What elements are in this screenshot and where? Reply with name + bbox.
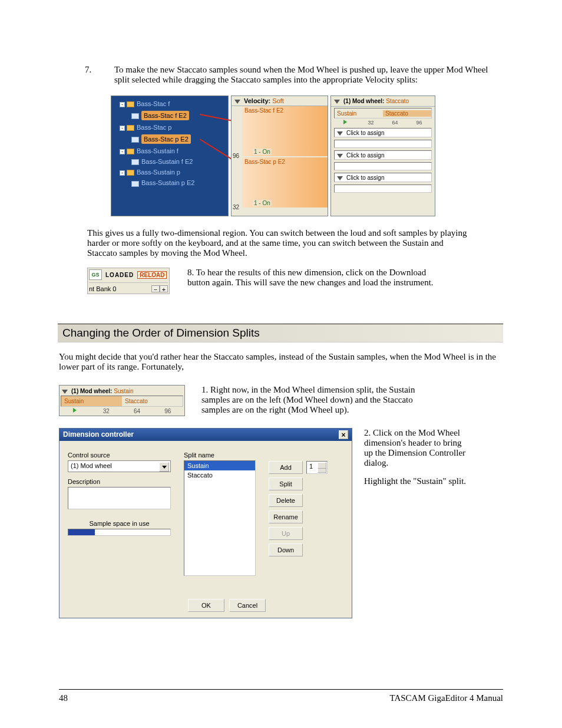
highlight-instruction: Highlight the "Sustain" split.: [364, 476, 467, 486]
load-panel-thumb: GS LOADED RELOAD nt Bank 0 − +: [87, 268, 170, 294]
description-field[interactable]: [68, 487, 171, 509]
folder-icon: [127, 101, 134, 107]
dimension-controller-dialog: Dimension controller × Control source (1…: [59, 428, 352, 618]
assign-slot-3: Click to assign: [334, 173, 432, 182]
control-source-dropdown[interactable]: (1) Mod wheel: [68, 460, 171, 472]
tree-folder: -Bass-Sustain f: [116, 146, 227, 156]
modwheel-ruler: 326496: [331, 120, 435, 126]
modwheel-panel: (1) Mod wheel: Staccato Sustain Staccato…: [330, 95, 435, 216]
velocity-split-bottom: Bass-Stac p E2 32 1 - On: [242, 157, 328, 207]
modwheel-header: (1) Mod wheel: Staccato: [331, 96, 435, 107]
split-item-staccato[interactable]: Staccato: [184, 470, 255, 480]
velocity-panel: Velocity: Soft Bass-Stac f E2 96 1 - On …: [231, 95, 328, 216]
sample-tree-panel: -Bass-Stac fBass-Stac f E2-Bass-Stac pBa…: [111, 95, 229, 216]
down-button[interactable]: Down: [269, 543, 303, 556]
manual-title: TASCAM GigaEditor 4 Manual: [389, 693, 503, 703]
tree-folder: -Bass-Stac p: [116, 122, 227, 133]
velocity-bot-label: Bass-Stac p E2: [244, 159, 285, 165]
section-intro: You might decide that you'd rather hear …: [59, 352, 503, 372]
tree-folder: -Bass-Sustain p: [116, 167, 227, 177]
dropdown-icon: [337, 131, 343, 136]
modwheel-split-staccato: Staccato: [383, 110, 431, 117]
dropdown-icon: [334, 100, 340, 104]
step-7: 7. To make the new Staccato samples soun…: [85, 65, 503, 85]
wave-icon: [131, 159, 139, 165]
split-name-label: Split name: [184, 452, 256, 459]
wave-icon: [131, 113, 139, 119]
step-8-text: 8. To hear the results of this new dimen…: [187, 268, 447, 288]
axis-tick: 96: [233, 153, 239, 159]
assign-slot-1-body: [334, 140, 432, 148]
section-heading: Changing the Order of Dimension Splits: [58, 324, 503, 342]
delete-button[interactable]: Delete: [269, 494, 303, 507]
plus-button[interactable]: +: [160, 285, 168, 292]
ok-button[interactable]: OK: [188, 599, 224, 612]
step-7-text: To make the new Staccato samples sound w…: [114, 65, 503, 85]
modwheel-thumb-sustain: Sustain: [61, 396, 122, 406]
dropdown-icon: [337, 176, 343, 180]
modwheel-split-thumb: (1) Mod wheel: Sustain Sustain Staccato …: [59, 385, 185, 416]
page-number: 48: [59, 693, 68, 703]
add-button[interactable]: Add: [269, 461, 303, 474]
split-button[interactable]: Split: [269, 477, 303, 490]
step-1-text: 1. Right now, in the Mod Wheel dimension…: [201, 385, 425, 415]
velocity-split-top: Bass-Stac f E2 96 1 - On: [242, 106, 328, 156]
tree-folder: -Bass-Stac f: [116, 98, 227, 109]
minus-button[interactable]: −: [151, 285, 160, 292]
dropdown-icon: [62, 390, 68, 394]
screenshot-strip: -Bass-Stac fBass-Stac f E2-Bass-Stac pBa…: [111, 95, 503, 216]
modwheel-thumb-staccato: Staccato: [122, 396, 183, 406]
modwheel-thumb-header: (1) Mod wheel: Sustain: [61, 387, 183, 396]
folder-icon: [127, 125, 134, 131]
para-two-dimensional: This gives us a fully two-dimensional re…: [87, 228, 475, 258]
tree-wave: Bass-Sustain p E2: [116, 177, 227, 188]
assign-slot-1: Click to assign: [334, 128, 432, 137]
velocity-header: Velocity: Soft: [232, 96, 328, 106]
axis-tick: 32: [233, 204, 239, 210]
bank-label: nt Bank 0: [89, 285, 116, 292]
description-label: Description: [68, 478, 171, 485]
up-button[interactable]: Up: [269, 527, 303, 540]
modwheel-splits: Sustain Staccato: [334, 108, 432, 118]
page-footer: 48 TASCAM GigaEditor 4 Manual: [59, 689, 503, 703]
wave-icon: [131, 181, 139, 187]
tree-wave: Bass-Sustain f E2: [116, 156, 227, 167]
reload-button[interactable]: RELOAD: [137, 271, 167, 279]
control-source-label: Control source: [68, 452, 171, 459]
folder-icon: [127, 170, 134, 176]
gs-icon: GS: [89, 269, 102, 280]
play-icon: [343, 120, 347, 124]
play-icon: [73, 408, 77, 413]
modwheel-split-sustain: Sustain: [335, 110, 383, 117]
step-7-number: 7.: [85, 65, 97, 85]
split-list[interactable]: Sustain Staccato: [184, 460, 256, 576]
loaded-label: LOADED: [105, 272, 134, 278]
add-count-spinner[interactable]: 1: [306, 461, 328, 474]
step-2-text-block: 2. Click on the Mod Wheel dimension's he…: [364, 428, 467, 618]
folder-icon: [127, 149, 134, 154]
on-label-top: 1 - On: [253, 149, 272, 155]
tree-wave: Bass-Stac p E2: [116, 133, 227, 146]
wave-icon: [131, 137, 139, 143]
assign-slot-2-body: [334, 162, 432, 170]
cancel-button[interactable]: Cancel: [229, 599, 266, 612]
sample-space-bar: [68, 529, 171, 536]
assign-slot-2: Click to assign: [334, 150, 432, 160]
close-button[interactable]: ×: [339, 430, 348, 439]
assign-slot-3-body: [334, 185, 432, 193]
split-item-sustain[interactable]: Sustain: [184, 461, 255, 470]
rename-button[interactable]: Rename: [269, 510, 303, 523]
sample-space-label: Sample space in use: [68, 520, 171, 527]
dropdown-icon: [234, 100, 240, 104]
step-2-text: 2. Click on the Mod Wheel dimension's he…: [364, 428, 467, 468]
velocity-top-label: Bass-Stac f E2: [244, 107, 283, 114]
dialog-titlebar: Dimension controller ×: [59, 429, 352, 441]
dropdown-icon: [337, 154, 343, 158]
dialog-title-text: Dimension controller: [63, 430, 134, 439]
on-label-bot: 1 - On: [253, 200, 272, 206]
